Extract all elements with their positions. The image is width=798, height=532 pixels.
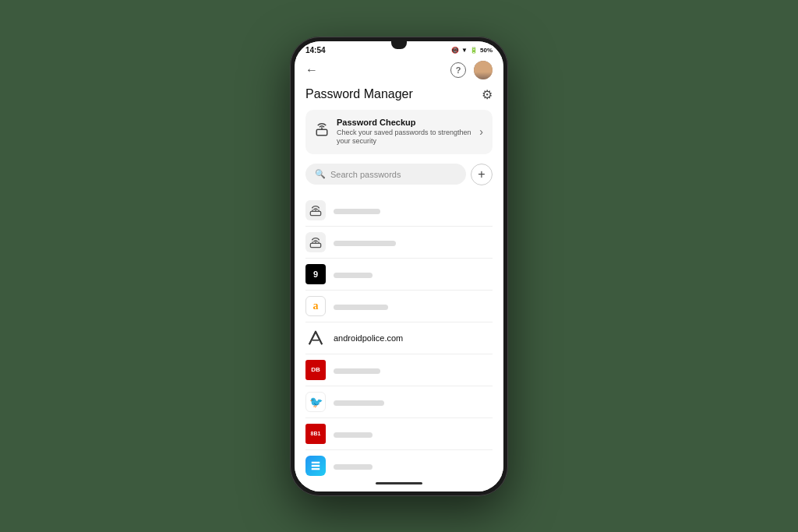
site-icon-router1	[305, 200, 326, 220]
main-content: Password Manager ⚙ Password Checkup Chec…	[295, 84, 503, 476]
help-button[interactable]: ?	[450, 62, 466, 78]
wifi-off-icon: 📵	[451, 47, 459, 54]
phone-screen: 14:54 📵 ▼ 🔋 50% ← ?	[295, 41, 503, 491]
checkup-title: Password Checkup	[337, 118, 471, 127]
list-item[interactable]: 8B1	[305, 418, 493, 450]
checkup-text: Password Checkup Check your saved passwo…	[337, 118, 471, 146]
battery-label: 50%	[480, 47, 493, 54]
site-username	[334, 241, 396, 246]
list-item[interactable]: 9	[305, 259, 493, 291]
title-row: Password Manager ⚙	[305, 84, 493, 102]
search-row: 🔍 Search passwords +	[305, 164, 493, 185]
list-item[interactable]	[305, 227, 493, 259]
avatar-face	[474, 61, 493, 79]
site-info	[334, 302, 493, 310]
nav-left: ←	[305, 63, 318, 77]
svg-rect-1	[310, 211, 320, 215]
password-list: 9 a	[305, 195, 493, 476]
status-bar: 14:54 📵 ▼ 🔋 50%	[295, 41, 503, 56]
checkup-card[interactable]: Password Checkup Check your saved passwo…	[305, 110, 493, 154]
signal-icon: ▼	[461, 47, 468, 54]
site-icon-androidpolice	[305, 328, 326, 348]
bottom-bar	[295, 476, 503, 491]
top-nav: ← ?	[295, 56, 503, 84]
list-item[interactable]: a	[305, 291, 493, 322]
site-username	[334, 305, 388, 310]
list-item[interactable]: 🐦	[305, 386, 493, 418]
list-item[interactable]: DB	[305, 354, 493, 386]
site-icon-9gag: 9	[305, 264, 326, 284]
site-info	[334, 398, 493, 406]
status-time: 14:54	[305, 46, 326, 55]
nav-right: ?	[450, 61, 493, 79]
site-username	[334, 273, 373, 278]
search-placeholder: Search passwords	[330, 170, 401, 179]
battery-icon: 🔋	[470, 47, 478, 54]
site-icon-router2	[305, 232, 326, 252]
list-item[interactable]	[305, 195, 493, 227]
site-info	[334, 206, 493, 214]
checkup-arrow: ›	[479, 125, 483, 138]
site-icon-bluebird: 🐦	[305, 392, 326, 412]
search-icon: 🔍	[315, 169, 326, 179]
site-username	[334, 464, 373, 470]
site-info	[334, 238, 493, 246]
site-icon-881: 8B1	[305, 424, 326, 444]
search-bar[interactable]: 🔍 Search passwords	[305, 164, 466, 185]
site-icon-amazon: a	[305, 296, 326, 316]
list-item[interactable]	[305, 450, 493, 476]
page-title: Password Manager	[305, 87, 413, 101]
svg-rect-0	[316, 129, 327, 136]
checkup-icon	[315, 123, 329, 140]
settings-icon[interactable]: ⚙	[482, 87, 493, 102]
site-info: androidpolice.com	[334, 333, 493, 343]
site-icon-db: DB	[305, 360, 326, 380]
site-info	[334, 366, 493, 374]
site-username	[334, 432, 373, 438]
list-item[interactable]: androidpolice.com	[305, 322, 493, 354]
site-icon-blue	[305, 456, 326, 476]
site-username	[334, 209, 380, 214]
site-info	[334, 270, 493, 278]
site-info	[334, 462, 493, 470]
checkup-desc: Check your saved passwords to strengthen…	[337, 129, 471, 146]
avatar[interactable]	[474, 61, 493, 79]
status-icons: 📵 ▼ 🔋 50%	[451, 47, 493, 54]
phone-frame: 14:54 📵 ▼ 🔋 50% ← ?	[290, 37, 508, 496]
back-button[interactable]: ←	[305, 63, 318, 77]
site-info	[334, 430, 493, 438]
home-indicator[interactable]	[376, 482, 422, 484]
site-username	[334, 368, 380, 374]
svg-rect-2	[310, 243, 320, 247]
site-name-androidpolice: androidpolice.com	[334, 333, 493, 343]
add-password-button[interactable]: +	[471, 164, 493, 185]
camera-cutout	[391, 41, 407, 49]
site-username	[334, 400, 384, 406]
